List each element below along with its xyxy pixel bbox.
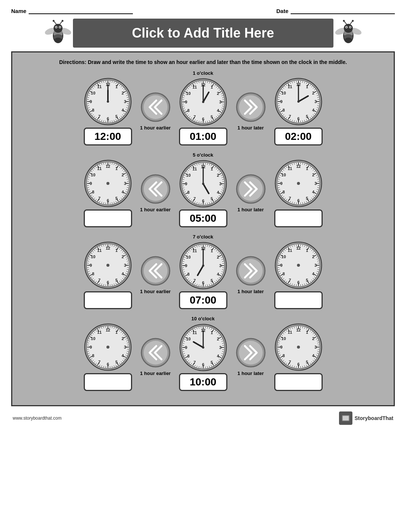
svg-line-373 [205,203,205,204]
right-time-box-1[interactable] [274,209,323,227]
svg-text:10: 10 [281,336,286,341]
svg-text:4: 4 [217,190,219,195]
svg-text:7: 7 [288,360,291,364]
right-time-box-0: 02:00 [274,128,323,145]
center-section-2: 121234567891011 07:00 [179,241,227,309]
svg-text:10: 10 [186,337,191,341]
center-clock-3: 121234567891011 [179,323,227,372]
svg-point-21 [344,24,353,33]
svg-text:10: 10 [91,173,95,177]
svg-text:7: 7 [288,114,291,119]
svg-text:8: 8 [282,190,285,194]
row-label-2: 7 o'clock [20,234,386,240]
svg-text:5: 5 [115,360,117,364]
center-clock-2: 121234567891011 [179,241,227,290]
svg-text:6: 6 [106,116,109,121]
name-line[interactable] [29,7,133,14]
right-time-box-2[interactable] [274,291,323,309]
center-clock-1: 121234567891011 [179,160,227,208]
svg-text:1: 1 [306,84,308,89]
svg-text:11: 11 [192,249,196,253]
title-banner[interactable]: Click to Add Title Here [73,19,333,48]
svg-line-822 [222,349,224,350]
svg-line-916 [296,366,297,368]
left-arrow-0 [141,92,170,124]
earlier-label-0: 1 hour earlier [140,125,170,131]
svg-point-495 [297,182,300,185]
svg-point-14 [61,20,63,22]
svg-text:1: 1 [306,330,308,334]
svg-text:6: 6 [106,362,109,366]
svg-line-204 [317,99,319,100]
clock-row-0: 1 o'clock 121234567891011 12:00 [20,70,386,145]
title-banner-wrap: Click to Add Title Here [11,18,395,48]
right-time-box-3[interactable] [274,373,323,391]
right-arrow-2 [236,256,266,287]
header: Name Date [11,7,395,14]
svg-text:4: 4 [312,272,314,276]
svg-text:1: 1 [306,166,308,171]
left-arrow-section-2: 1 hour earlier [135,256,176,294]
svg-text:6: 6 [202,281,204,285]
center-clock-0: 121234567891011 [179,78,227,126]
svg-line-544 [87,263,89,263]
svg-line-760 [106,366,106,368]
left-clock-1: 121234567891011 [84,159,132,208]
svg-text:10: 10 [186,173,191,177]
svg-text:9: 9 [89,345,92,349]
svg-text:11: 11 [192,167,196,171]
page: Name Date [0,0,406,532]
svg-line-219 [300,121,301,122]
svg-point-264 [297,100,300,103]
svg-text:1: 1 [210,249,212,253]
svg-point-880 [202,346,204,349]
svg-line-929 [278,349,279,349]
svg-point-18 [345,38,352,43]
svg-line-390 [182,182,184,182]
svg-line-281 [127,181,128,182]
svg-line-743 [127,345,128,345]
svg-text:8: 8 [282,272,285,276]
svg-line-820 [222,345,224,346]
svg-text:6: 6 [297,362,299,366]
svg-text:1: 1 [210,330,212,335]
svg-line-155 [182,104,184,104]
date-line[interactable] [291,7,395,14]
svg-text:3: 3 [124,345,126,349]
svg-point-801 [106,346,109,349]
right-section-3: 121234567891011 [274,323,323,391]
right-arrow-section-0: 1 hour later [230,92,271,131]
svg-text:11: 11 [287,84,292,89]
svg-text:10: 10 [91,336,95,341]
svg-text:1: 1 [306,248,308,253]
left-section-1: 121234567891011 [84,159,132,227]
right-section-2: 121234567891011 [274,241,323,309]
svg-point-649 [202,265,204,267]
sbt-icon [339,411,352,425]
left-time-box-2[interactable] [84,291,132,309]
svg-text:6: 6 [297,116,299,121]
svg-text:5: 5 [306,360,308,364]
footer-url: www.storyboardthat.com [13,416,61,421]
left-bee [43,18,73,48]
svg-text:4: 4 [217,272,219,276]
svg-text:7: 7 [288,196,291,201]
svg-line-206 [317,103,319,104]
left-time-box-1[interactable] [84,209,132,227]
svg-line-852 [182,345,184,346]
svg-text:9: 9 [185,263,187,268]
svg-text:10: 10 [281,91,286,95]
center-time-box-3: 10:00 [179,373,227,391]
svg-text:2: 2 [217,255,219,259]
svg-line-670 [317,267,319,267]
svg-text:2: 2 [121,173,124,177]
left-time-box-3[interactable] [84,373,132,391]
svg-text:6: 6 [106,198,109,203]
svg-line-837 [201,366,201,368]
clock-row-1: 5 o'clock 121234567891011 1 hour earlie [20,152,386,227]
svg-text:11: 11 [192,85,196,89]
center-time-box-1: 05:00 [179,209,227,227]
svg-text:9: 9 [280,345,282,349]
svg-line-683 [300,285,301,286]
svg-line-529 [106,285,106,286]
